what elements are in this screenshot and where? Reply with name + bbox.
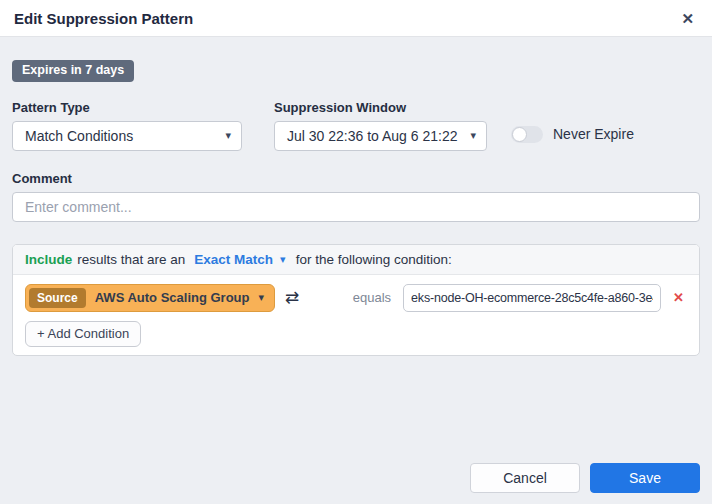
strip-middle-text: results that are an	[77, 252, 185, 267]
add-condition-button[interactable]: + Add Condition	[25, 321, 141, 347]
strip-suffix-text: for the following condition:	[296, 252, 452, 267]
modal-footer: Cancel Save	[12, 463, 700, 493]
toggle-knob	[512, 127, 527, 142]
facet-tag: Source	[29, 288, 86, 308]
never-expire-toggle[interactable]	[511, 126, 543, 143]
expires-badge: Expires in 7 days	[12, 60, 134, 82]
condition-box: Include results that are an Exact Match …	[12, 244, 700, 356]
match-type-select[interactable]: Exact Match ▾	[194, 252, 285, 267]
modal-header: Edit Suppression Pattern ✕	[0, 0, 712, 37]
chevron-down-icon: ▾	[258, 292, 264, 303]
fields-row: Pattern Type Match Conditions ▾ Suppress…	[12, 100, 700, 151]
never-expire-group: Never Expire	[511, 100, 634, 143]
include-label: Include	[25, 252, 72, 267]
suppression-window-field: Suppression Window Jul 30 22:36 to Aug 6…	[274, 100, 487, 151]
pattern-type-select[interactable]: Match Conditions ▾	[12, 121, 242, 151]
condition-body: Source AWS Auto Scaling Group ▾ ⇄ equals…	[13, 275, 699, 355]
suppression-window-select[interactable]: Jul 30 22:36 to Aug 6 21:22 ▾	[274, 121, 487, 151]
edit-suppression-pattern-modal: Edit Suppression Pattern ✕ Expires in 7 …	[0, 0, 712, 504]
chevron-down-icon: ▾	[225, 130, 231, 141]
comment-field: Comment	[12, 171, 700, 222]
chevron-down-icon: ▾	[470, 130, 476, 141]
suppression-window-value: Jul 30 22:36 to Aug 6 21:22	[287, 128, 457, 144]
remove-condition-icon[interactable]: ✕	[673, 291, 684, 304]
never-expire-label: Never Expire	[553, 126, 634, 142]
condition-row: Source AWS Auto Scaling Group ▾ ⇄ equals…	[25, 284, 687, 312]
comment-label: Comment	[12, 171, 700, 186]
condition-value-input[interactable]	[403, 284, 661, 312]
pattern-type-field: Pattern Type Match Conditions ▾	[12, 100, 242, 151]
facet-value: AWS Auto Scaling Group	[95, 290, 250, 305]
modal-body: Expires in 7 days Pattern Type Match Con…	[0, 37, 712, 504]
operator-label: equals	[353, 290, 391, 305]
save-button[interactable]: Save	[590, 463, 700, 493]
chevron-down-icon: ▾	[280, 254, 286, 265]
close-icon[interactable]: ✕	[677, 9, 698, 28]
pattern-type-label: Pattern Type	[12, 100, 242, 115]
facet-select[interactable]: Source AWS Auto Scaling Group ▾	[25, 284, 275, 312]
cancel-button[interactable]: Cancel	[470, 463, 580, 493]
comment-input[interactable]	[12, 192, 700, 222]
match-type-value: Exact Match	[194, 252, 273, 267]
modal-title: Edit Suppression Pattern	[14, 10, 193, 27]
condition-strip: Include results that are an Exact Match …	[13, 245, 699, 275]
suppression-window-label: Suppression Window	[274, 100, 487, 115]
swap-icon[interactable]: ⇄	[285, 289, 299, 306]
pattern-type-value: Match Conditions	[25, 128, 133, 144]
